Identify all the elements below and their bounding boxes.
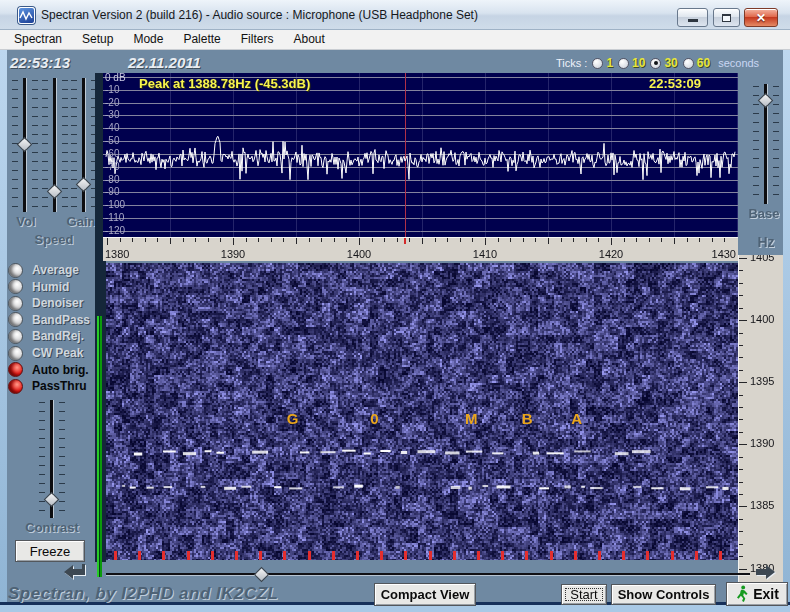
exit-button-label: Exit xyxy=(753,586,779,602)
slider-thumb[interactable] xyxy=(17,136,33,152)
toggle-bandpass[interactable]: BandPass xyxy=(8,312,90,328)
contrast-slider[interactable] xyxy=(38,400,66,518)
spectrum-display[interactable]: 0 dB-10-20-30-40-50-60-70-80-90-100-110-… xyxy=(103,73,738,237)
frequency-scroll-slider[interactable] xyxy=(106,566,750,582)
waterfall-canvas[interactable] xyxy=(106,263,738,560)
slider-ticks-right xyxy=(59,402,65,516)
menu-item-about[interactable]: About xyxy=(283,30,334,49)
show-controls-button[interactable]: Show Controls xyxy=(611,584,716,605)
menu-item-setup[interactable]: Setup xyxy=(72,30,123,49)
led-icon xyxy=(8,379,23,394)
led-icon xyxy=(8,296,23,311)
decoded-letter-G: G xyxy=(287,410,299,427)
led-icon xyxy=(8,263,23,278)
toggle-humid[interactable]: Humid xyxy=(8,279,69,295)
toggle-bandrej[interactable]: BandRej. xyxy=(8,328,84,344)
menu-item-mode[interactable]: Mode xyxy=(123,30,173,49)
waterfall-display[interactable]: G0MBA xyxy=(106,263,738,560)
credit-text: Spectran, by I2PHD and IK2CZL xyxy=(8,584,279,604)
slider-ticks-right xyxy=(773,86,779,202)
toggle-passthru[interactable]: PassThru xyxy=(8,378,87,394)
waterfall-scale-label: 1385 xyxy=(750,499,774,511)
menu-item-palette[interactable]: Palette xyxy=(173,30,230,49)
radio-icon xyxy=(618,58,629,69)
ticks-radio-10[interactable]: 10 xyxy=(618,56,645,70)
frequency-tick-label: 1400 xyxy=(347,248,371,260)
ticks-radio-60[interactable]: 60 xyxy=(683,56,710,70)
radio-icon xyxy=(650,58,661,69)
toggle-label: Denoiser xyxy=(32,296,83,310)
speed-slider[interactable] xyxy=(41,78,69,212)
ticks-radio-30[interactable]: 30 xyxy=(650,56,677,70)
vol-label: Vol xyxy=(10,214,42,229)
db-scale-label: -10 xyxy=(105,84,119,95)
toggle-label: BandPass xyxy=(32,313,90,327)
slider-thumb[interactable] xyxy=(76,177,92,193)
toggle-label: Average xyxy=(32,263,79,277)
ticks-radio-label: 10 xyxy=(632,56,645,70)
db-scale-label: -110 xyxy=(105,212,124,223)
slider-thumb[interactable] xyxy=(44,492,60,508)
seconds-label: seconds xyxy=(718,57,759,69)
toggle-average[interactable]: Average xyxy=(8,262,79,278)
start-button[interactable]: Start xyxy=(561,584,607,605)
frequency-tick-label: 1430 xyxy=(712,248,736,260)
contrast-label: Contrast xyxy=(16,520,88,535)
led-icon xyxy=(8,279,23,294)
toggle-denoiser[interactable]: Denoiser xyxy=(8,295,83,311)
maximize-button[interactable] xyxy=(713,8,740,27)
toggle-auto-brig[interactable]: Auto brig. xyxy=(8,362,89,378)
current-date: 22.11.2011 xyxy=(128,54,201,71)
db-scale-label: -40 xyxy=(105,122,119,133)
waterfall-scale-label: 1390 xyxy=(750,437,774,449)
current-time: 22:53:13 xyxy=(10,54,70,71)
frequency-axis: 138013901400141014201430 xyxy=(103,237,738,261)
window-border-right xyxy=(783,50,790,604)
spectrum-canvas[interactable] xyxy=(103,73,738,237)
menu-item-filters[interactable]: Filters xyxy=(231,30,284,49)
peak-readout: Peak at 1388.78Hz (-45.3dB) xyxy=(139,76,310,91)
base-label: Base xyxy=(740,206,788,221)
ticks-caption: Ticks : xyxy=(556,57,587,69)
close-button[interactable]: ✕ xyxy=(744,8,778,27)
exit-button[interactable]: Exit xyxy=(726,582,788,606)
minimize-button[interactable] xyxy=(677,8,708,27)
scroll-left-icon[interactable] xyxy=(60,561,87,582)
db-scale-label: -90 xyxy=(105,186,119,197)
gain-slider[interactable] xyxy=(70,78,98,212)
freeze-button[interactable]: Freeze xyxy=(15,540,85,562)
slider-ticks-right xyxy=(32,80,38,210)
slider-thumb[interactable] xyxy=(758,92,774,108)
waterfall-scale-label: 1395 xyxy=(750,375,774,387)
window-border-left xyxy=(0,50,7,604)
base-slider[interactable] xyxy=(752,84,780,204)
waterfall-frequency-scale: 140514001395139013851380 xyxy=(738,255,783,585)
signal-level-meter xyxy=(97,316,102,577)
close-icon: ✕ xyxy=(756,11,766,25)
ticks-radio-1[interactable]: 1 xyxy=(592,56,613,70)
waterfall-scale-label: 1405 xyxy=(750,255,774,263)
scroll-track[interactable] xyxy=(106,573,750,575)
decoded-letter-A: A xyxy=(571,410,582,427)
ticks-selector: Ticks : 1103060 seconds xyxy=(556,56,759,70)
frequency-tick-label: 1390 xyxy=(221,248,245,260)
frequency-axis-ticks xyxy=(103,238,738,261)
app-icon xyxy=(18,7,35,24)
radio-icon xyxy=(683,58,694,69)
led-icon xyxy=(8,312,23,327)
focus-rect xyxy=(565,588,603,601)
menu-item-spectran[interactable]: Spectran xyxy=(4,30,72,49)
window-title: Spectran Version 2 (build 216) - Audio s… xyxy=(41,8,478,22)
toggle-cw-peak[interactable]: CW Peak xyxy=(8,345,83,361)
compact-view-button[interactable]: Compact View xyxy=(374,583,476,606)
scroll-thumb[interactable] xyxy=(253,567,269,583)
vol-slider[interactable] xyxy=(11,78,39,212)
hz-label: Hz xyxy=(746,234,786,250)
scroll-right-icon[interactable] xyxy=(753,561,778,582)
exit-runner-icon xyxy=(735,585,749,603)
window-border-bottom xyxy=(0,605,790,612)
maximize-icon xyxy=(722,14,731,22)
toggle-label: PassThru xyxy=(32,379,87,393)
waterfall-scale-label: 1400 xyxy=(750,313,774,325)
slider-thumb[interactable] xyxy=(47,183,63,199)
